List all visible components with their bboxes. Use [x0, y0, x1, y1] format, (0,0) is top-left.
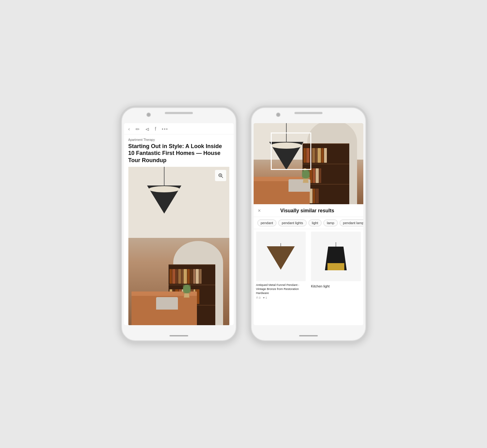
- right-home-indicator: [299, 335, 318, 336]
- search-results-panel: × Visually similar results pendant penda…: [254, 204, 363, 325]
- result-description-1: Antiqued Metal Funnel Pendant - Vintage …: [256, 283, 306, 295]
- book: [318, 148, 321, 163]
- back-button[interactable]: ‹: [128, 126, 130, 132]
- book: [313, 189, 315, 203]
- kitchen-lamp: [324, 242, 347, 270]
- sofa: [156, 297, 178, 310]
- more-button[interactable]: •••: [162, 127, 168, 132]
- article-title: Starting Out in Style: A Look Inside 10 …: [128, 143, 229, 164]
- right-phone: × Visually similar results pendant penda…: [249, 106, 368, 343]
- right-room-arch: [307, 142, 357, 204]
- book: [178, 269, 181, 284]
- focus-selection-box[interactable]: [271, 132, 311, 170]
- visual-search-image: [254, 123, 363, 204]
- plant: [183, 285, 191, 297]
- plant-leaves: [183, 285, 191, 293]
- book: [190, 269, 193, 284]
- share-button[interactable]: ⊲: [145, 126, 149, 132]
- result-stats-1: ⊓ 3 ♥ 1: [256, 296, 306, 299]
- article-toolbar: ‹ ✏ ⊲ f •••: [124, 123, 234, 134]
- left-phone-screen: ‹ ✏ ⊲ f ••• Apartment Therapy Starting O…: [124, 123, 234, 325]
- tag-lamp[interactable]: lamp: [323, 219, 338, 226]
- book: [313, 168, 315, 183]
- article-source: Apartment Therapy: [128, 138, 229, 142]
- results-header: × Visually similar results: [254, 204, 363, 217]
- result-image-2: [311, 232, 361, 282]
- lamp-cord: [336, 242, 336, 247]
- article-content: Apartment Therapy Starting Out in Style:…: [124, 134, 234, 325]
- book: [193, 269, 195, 284]
- right-phone-screen: × Visually similar results pendant penda…: [254, 123, 363, 325]
- result-item-2[interactable]: Kitchen light: [308, 229, 363, 325]
- shelf-row-1: [169, 264, 215, 284]
- lamp-shade: [147, 185, 181, 214]
- facebook-button[interactable]: f: [155, 126, 156, 132]
- book: [172, 269, 175, 284]
- tags-row: pendant pendant lights light lamp pendan…: [254, 217, 363, 229]
- book: [184, 269, 187, 284]
- pendant-lamp: [147, 167, 181, 214]
- plant-pot: [303, 179, 308, 183]
- right-plant: [302, 170, 310, 182]
- book: [315, 189, 319, 203]
- results-title: Visually similar results: [265, 208, 350, 214]
- result-title-2: Kitchen light: [311, 284, 361, 288]
- plant-pot: [184, 293, 189, 298]
- book: [196, 269, 199, 284]
- results-grid: Antiqued Metal Funnel Pendant - Vintage …: [254, 229, 363, 325]
- book: [324, 148, 327, 163]
- tag-pendant[interactable]: pendant: [257, 219, 277, 226]
- result-image-1: [256, 232, 306, 282]
- left-phone: ‹ ✏ ⊲ f ••• Apartment Therapy Starting O…: [120, 106, 238, 343]
- edit-button[interactable]: ✏: [136, 126, 140, 132]
- lamp-shade: [325, 247, 347, 270]
- plant-leaves: [302, 170, 310, 179]
- book: [315, 148, 317, 163]
- visual-search-button[interactable]: [215, 170, 226, 181]
- book: [176, 269, 178, 284]
- close-button[interactable]: ×: [258, 208, 261, 214]
- result-item-1[interactable]: Antiqued Metal Funnel Pendant - Vintage …: [254, 229, 308, 325]
- room-photo: [128, 167, 229, 325]
- lamp-cord: [280, 243, 281, 246]
- article-image: [128, 167, 229, 325]
- scene: ‹ ✏ ⊲ f ••• Apartment Therapy Starting O…: [107, 93, 380, 355]
- left-home-indicator: [169, 335, 188, 336]
- book: [321, 148, 324, 163]
- book: [316, 168, 319, 183]
- book: [319, 168, 321, 183]
- lamp-shade: [267, 246, 295, 270]
- lamp-cord: [164, 167, 165, 185]
- funnel-pendant-lamp: [270, 243, 292, 270]
- book: [187, 269, 190, 284]
- left-phone-camera: [146, 113, 151, 117]
- tag-pendant-lights[interactable]: pendant lights: [278, 219, 307, 226]
- book: [181, 269, 183, 284]
- saves-count: ⊓ 3: [256, 296, 261, 299]
- tag-light[interactable]: light: [308, 219, 322, 226]
- book: [312, 148, 315, 163]
- book: [169, 269, 172, 284]
- focus-corner-tr: [307, 132, 311, 137]
- svg-line-1: [222, 176, 223, 178]
- hearts-count: ♥ 1: [263, 296, 267, 299]
- focus-corner-bl: [271, 166, 275, 170]
- book: [199, 269, 202, 284]
- right-phone-camera: [276, 113, 280, 117]
- focus-corner-br: [307, 166, 311, 170]
- tag-pendant-lamps[interactable]: pendant lamps: [340, 219, 363, 226]
- focus-corner-tl: [271, 132, 275, 137]
